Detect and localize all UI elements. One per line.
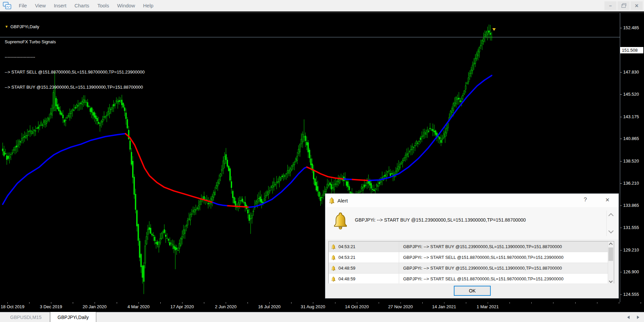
scrollbar-down-button[interactable] (608, 278, 613, 284)
indicator-separator: --------------------- (5, 54, 145, 59)
message-next-button[interactable] (608, 228, 614, 234)
bell-icon (329, 197, 335, 204)
time-axis[interactable]: 18 Oct 20193 Dec 201920 Jan 20204 Mar 20… (0, 302, 644, 312)
row-bell-icon (331, 276, 336, 282)
app-icon[interactable] (3, 2, 11, 10)
minimize-icon: – (609, 3, 612, 8)
tab-gbpjpyi-daily[interactable]: GBPJPYi,Daily (50, 312, 96, 322)
alert-title-bar[interactable]: Alert ? ✕ (325, 194, 619, 207)
dialog-close-button[interactable]: ✕ (604, 197, 611, 203)
close-icon: ✕ (635, 3, 639, 8)
price-tick-label: 124.555 (623, 292, 639, 297)
ok-button[interactable]: OK (454, 286, 491, 296)
price-tick (620, 117, 622, 117)
menu-item-help[interactable]: Help (139, 0, 158, 11)
tab-scroll-left-button[interactable] (627, 316, 630, 319)
time-tick-label: 16 Jul 2020 (258, 304, 280, 309)
alert-row[interactable]: 04:48:59GBPJPYi: --> START BUY @151.2390… (329, 263, 614, 274)
menu-item-file[interactable]: File (15, 0, 31, 11)
time-tick-label: 2 Jun 2020 (215, 304, 236, 309)
alert-row[interactable]: 04:48:59GBPJPYi: --> START SELL @151.887… (329, 274, 614, 284)
time-tick (7, 302, 8, 304)
tab-gbpusdi-m15[interactable]: GBPUSDi,M15 (2, 312, 50, 322)
menu-items: FileViewInsertChartsToolsWindowHelp (15, 0, 604, 11)
ma-line-down (353, 180, 369, 181)
time-tick-label: 20 Jan 2020 (83, 304, 107, 309)
time-tick-label: 27 Nov 2020 (388, 304, 413, 309)
time-tick (313, 302, 313, 304)
ma-line-up (213, 202, 228, 206)
alert-list: 04:53:21GBPJPYi: --> START BUY @151.2390… (328, 241, 614, 284)
alert-row-time: 04:53:21 (338, 244, 356, 249)
scrollbar-thumb[interactable] (608, 247, 613, 261)
price-tick (620, 205, 622, 206)
alert-row[interactable]: 04:53:21GBPJPYi: --> START SELL @151.887… (329, 252, 614, 263)
alert-row[interactable]: 04:53:21GBPJPYi: --> START BUY @151.2390… (329, 241, 614, 252)
time-tick (553, 302, 553, 304)
chevron-up-icon (609, 242, 612, 246)
message-prev-button[interactable] (608, 213, 614, 219)
time-tick (379, 302, 379, 304)
list-scrollbar[interactable] (608, 241, 614, 284)
time-tick-label: 14 Jan 2021 (432, 304, 456, 309)
price-tick-label: 136.210 (623, 181, 639, 186)
time-tick-label: 4 Mar 2020 (127, 304, 150, 309)
tab-scroll-right-button[interactable] (637, 316, 639, 319)
alert-message: GBPJPYi: --> START BUY @151.23900000,SL=… (355, 217, 526, 223)
row-bell-icon (331, 266, 336, 271)
time-tick (182, 302, 182, 304)
time-tick (509, 302, 510, 304)
tab-label: GBPUSDi,M15 (10, 315, 41, 320)
price-tick (620, 272, 622, 272)
menu-item-tools[interactable]: Tools (93, 0, 113, 11)
price-tick-label: 143.175 (623, 114, 639, 120)
window-close-button[interactable]: ✕ (631, 1, 643, 10)
menu-item-insert[interactable]: Insert (50, 0, 70, 11)
price-tick (620, 28, 622, 28)
time-tick (73, 302, 73, 304)
alert-row-time: 04:48:59 (338, 276, 356, 281)
alert-row-message: GBPJPYi: --> START BUY @151.23900000,SL=… (399, 266, 562, 271)
alert-row-time-cell: 04:53:21 (329, 252, 399, 263)
dialog-button-strip: OK (325, 283, 619, 298)
menu-item-view[interactable]: View (31, 0, 50, 11)
time-tick (531, 302, 532, 304)
time-tick-label: 1 Mar 2021 (477, 304, 499, 309)
chart-symbol-label: GBPJPYi,Daily (10, 24, 39, 29)
price-tick-label: 140.865 (623, 136, 639, 141)
indicator-name: SupremoFX Turbo Signals (5, 39, 145, 44)
price-tick (620, 161, 622, 162)
alert-row-time-cell: 04:48:59 (329, 274, 399, 284)
window-restore-button[interactable] (618, 1, 630, 10)
time-tick (51, 302, 51, 304)
time-tick (335, 302, 335, 304)
price-axis[interactable]: 152.485150.175147.830145.520143.175140.8… (620, 13, 644, 302)
scrollbar-up-button[interactable] (608, 241, 613, 247)
time-tick (248, 302, 248, 304)
alert-row-time: 04:53:21 (338, 255, 356, 260)
price-tick (620, 294, 622, 295)
menu-item-charts[interactable]: Charts (70, 0, 93, 11)
help-button[interactable]: ? (582, 196, 589, 203)
menu-item-window[interactable]: Window (113, 0, 139, 11)
time-tick-label: 3 Dec 2019 (40, 304, 62, 309)
price-tick-label: 129.210 (623, 247, 639, 253)
time-tick-label: 17 Apr 2020 (170, 304, 194, 309)
alert-bell-icon (333, 212, 348, 230)
price-tick-label: 147.830 (623, 70, 639, 75)
time-tick (204, 302, 204, 304)
time-tick (422, 302, 423, 304)
time-tick-label: 18 Oct 2019 (1, 304, 24, 309)
price-tick (620, 94, 622, 95)
time-tick (597, 302, 597, 304)
time-tick (357, 302, 357, 304)
ma-line-up (344, 179, 353, 179)
alert-row-time-cell: 04:53:21 (329, 241, 399, 252)
window-controls: – ✕ (604, 1, 643, 10)
symbol-dropdown-icon[interactable]: ▼ (5, 24, 8, 29)
price-tick (620, 250, 622, 250)
chevron-down-icon (609, 279, 612, 283)
alert-row-time-cell: 04:48:59 (329, 263, 399, 273)
price-tick-label: 126.900 (623, 269, 639, 275)
window-minimize-button[interactable]: – (604, 1, 616, 10)
